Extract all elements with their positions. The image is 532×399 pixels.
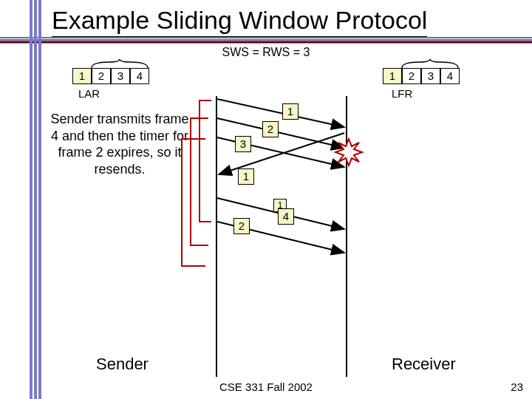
message-arrows <box>0 0 532 399</box>
page-number: 23 <box>511 381 523 393</box>
frame-label-1: 1 <box>282 103 299 120</box>
frame-label-3: 3 <box>235 136 251 152</box>
receiver-endpoint-label: Receiver <box>392 355 456 374</box>
sender-endpoint-label: Sender <box>96 355 149 374</box>
footer-text: CSE 331 Fall 2002 <box>0 381 532 393</box>
frame-label-4: 4 <box>278 208 294 225</box>
frame-label-2: 2 <box>262 121 279 137</box>
ack-label-1: 1 <box>238 168 254 185</box>
frame-label-2-resend: 2 <box>233 218 250 234</box>
drop-icon <box>335 139 362 166</box>
